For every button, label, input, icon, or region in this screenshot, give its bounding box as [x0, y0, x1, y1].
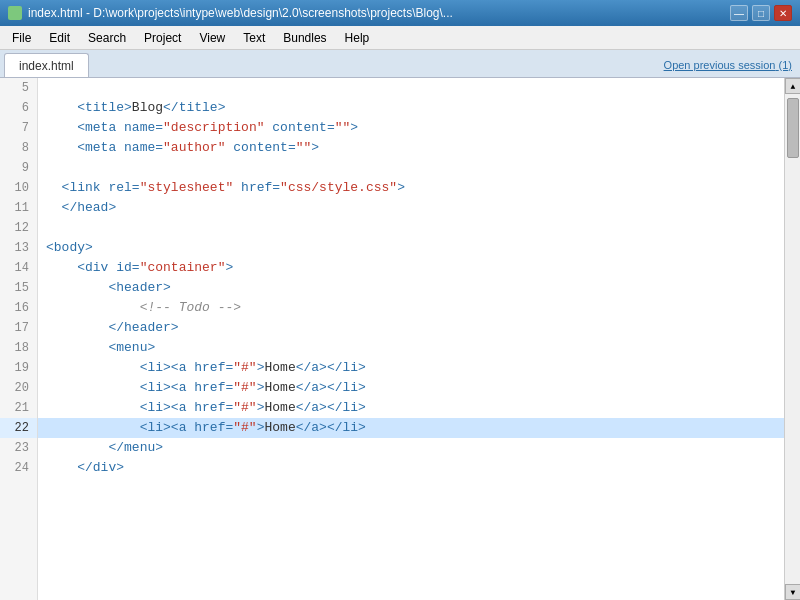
code-line-17[interactable]: </header>: [38, 318, 784, 338]
line-num-12: 12: [0, 218, 37, 238]
scroll-down-button[interactable]: ▼: [785, 584, 800, 600]
code-line-13[interactable]: <body>: [38, 238, 784, 258]
code-line-10[interactable]: <link rel="stylesheet" href="css/style.c…: [38, 178, 784, 198]
line-num-19: 19: [0, 358, 37, 378]
code-line-21[interactable]: <li><a href="#">Home</a></li>: [38, 398, 784, 418]
editor[interactable]: 56789101112131415161718192021222324 <tit…: [0, 78, 800, 600]
scroll-thumb[interactable]: [787, 98, 799, 158]
minimize-button[interactable]: —: [730, 5, 748, 21]
line-num-17: 17: [0, 318, 37, 338]
title-bar-left: index.html - D:\work\projects\intype\web…: [8, 6, 453, 20]
maximize-button[interactable]: □: [752, 5, 770, 21]
line-num-22: 22: [0, 418, 37, 438]
code-line-19[interactable]: <li><a href="#">Home</a></li>: [38, 358, 784, 378]
line-num-23: 23: [0, 438, 37, 458]
line-numbers: 56789101112131415161718192021222324: [0, 78, 38, 600]
tab-spacer: Open previous session (1): [89, 53, 800, 77]
line-num-13: 13: [0, 238, 37, 258]
line-num-10: 10: [0, 178, 37, 198]
menu-bar: File Edit Search Project View Text Bundl…: [0, 26, 800, 50]
line-num-5: 5: [0, 78, 37, 98]
code-line-20[interactable]: <li><a href="#">Home</a></li>: [38, 378, 784, 398]
line-num-8: 8: [0, 138, 37, 158]
scroll-up-button[interactable]: ▲: [785, 78, 800, 94]
scrollbar[interactable]: ▲ ▼: [784, 78, 800, 600]
line-num-9: 9: [0, 158, 37, 178]
line-num-14: 14: [0, 258, 37, 278]
scroll-track[interactable]: [785, 94, 800, 584]
tab-index-html[interactable]: index.html: [4, 53, 89, 77]
code-line-16[interactable]: <!-- Todo -->: [38, 298, 784, 318]
code-line-8[interactable]: <meta name="author" content="">: [38, 138, 784, 158]
code-line-12[interactable]: [38, 218, 784, 238]
code-line-23[interactable]: </menu>: [38, 438, 784, 458]
tab-bar: index.html Open previous session (1): [0, 50, 800, 78]
app-icon: [8, 6, 22, 20]
code-line-5[interactable]: [38, 78, 784, 98]
code-line-24[interactable]: </div>: [38, 458, 784, 478]
line-num-20: 20: [0, 378, 37, 398]
menu-project[interactable]: Project: [136, 29, 189, 47]
line-num-15: 15: [0, 278, 37, 298]
code-line-6[interactable]: <title>Blog</title>: [38, 98, 784, 118]
close-button[interactable]: ✕: [774, 5, 792, 21]
code-line-11[interactable]: </head>: [38, 198, 784, 218]
line-num-7: 7: [0, 118, 37, 138]
menu-text[interactable]: Text: [235, 29, 273, 47]
window-title: index.html - D:\work\projects\intype\web…: [28, 6, 453, 20]
open-previous-session[interactable]: Open previous session (1): [664, 59, 792, 71]
code-line-22[interactable]: <li><a href="#">Home</a></li>: [38, 418, 784, 438]
line-num-21: 21: [0, 398, 37, 418]
menu-search[interactable]: Search: [80, 29, 134, 47]
line-num-24: 24: [0, 458, 37, 478]
code-line-7[interactable]: <meta name="description" content="">: [38, 118, 784, 138]
code-line-15[interactable]: <header>: [38, 278, 784, 298]
menu-edit[interactable]: Edit: [41, 29, 78, 47]
menu-view[interactable]: View: [191, 29, 233, 47]
code-line-9[interactable]: [38, 158, 784, 178]
code-line-18[interactable]: <menu>: [38, 338, 784, 358]
window-controls[interactable]: — □ ✕: [730, 5, 792, 21]
line-num-18: 18: [0, 338, 37, 358]
code-area[interactable]: <title>Blog</title> <meta name="descript…: [38, 78, 784, 600]
menu-bundles[interactable]: Bundles: [275, 29, 334, 47]
menu-file[interactable]: File: [4, 29, 39, 47]
code-line-14[interactable]: <div id="container">: [38, 258, 784, 278]
menu-help[interactable]: Help: [337, 29, 378, 47]
line-num-6: 6: [0, 98, 37, 118]
line-num-11: 11: [0, 198, 37, 218]
title-bar: index.html - D:\work\projects\intype\web…: [0, 0, 800, 26]
line-num-16: 16: [0, 298, 37, 318]
